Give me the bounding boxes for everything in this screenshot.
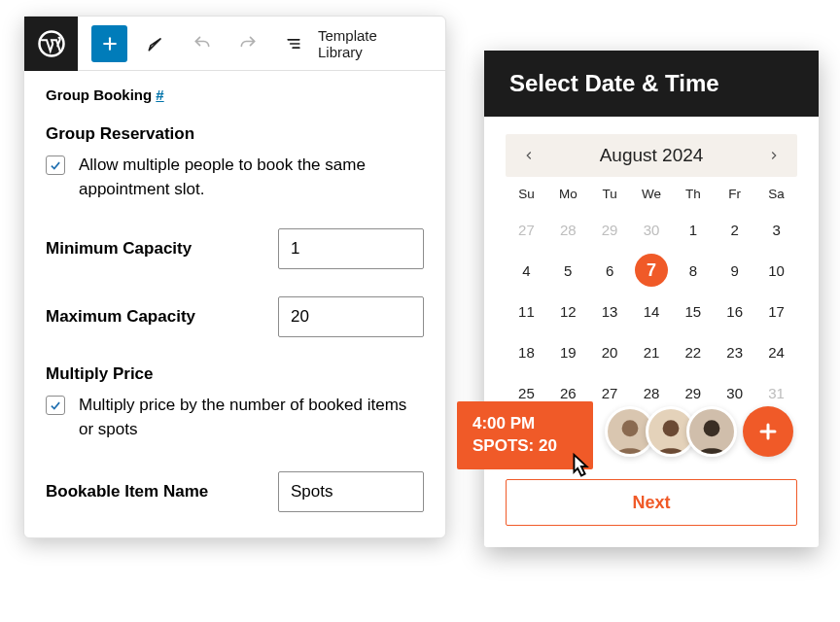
bookable-item-label: Bookable Item Name xyxy=(46,482,208,501)
min-capacity-label: Minimum Capacity xyxy=(46,239,192,259)
slot-time: 4:00 PM xyxy=(472,413,578,435)
avatar xyxy=(686,406,737,457)
multiply-price-label: Multiply price by the number of booked i… xyxy=(79,394,424,441)
template-library-link[interactable]: Template Library xyxy=(312,27,430,60)
calendar-day[interactable]: 13 xyxy=(589,294,631,328)
dow-label: Fr xyxy=(714,187,755,205)
breadcrumb-label: Group Booking xyxy=(46,86,152,103)
next-button[interactable]: Next xyxy=(506,479,797,526)
calendar-grid: SuMoTuWeThFrSa27282930123456789101112131… xyxy=(506,187,797,409)
calendar-day[interactable]: 27 xyxy=(589,376,631,409)
add-block-button[interactable] xyxy=(91,25,127,62)
redo-button[interactable] xyxy=(229,25,265,62)
calendar-day[interactable]: 28 xyxy=(631,376,673,409)
calendar-day[interactable]: 14 xyxy=(631,294,673,328)
calendar-day[interactable]: 5 xyxy=(547,254,589,287)
editor-toolbar: Template Library xyxy=(24,17,445,71)
date-panel: Select Date & Time August 2024 SuMoTuWeT… xyxy=(484,51,819,547)
svg-point-8 xyxy=(704,420,720,436)
max-capacity-label: Maximum Capacity xyxy=(46,307,195,327)
calendar-day[interactable]: 17 xyxy=(755,294,797,328)
calendar-day[interactable]: 24 xyxy=(755,335,797,368)
wordpress-logo[interactable] xyxy=(24,17,78,71)
add-person-button[interactable] xyxy=(743,406,793,457)
month-title: August 2024 xyxy=(542,145,760,166)
group-reservation-heading: Group Reservation xyxy=(46,124,424,144)
calendar-day[interactable]: 9 xyxy=(714,254,755,287)
date-panel-title: Select Date & Time xyxy=(484,51,819,117)
dow-label: We xyxy=(631,187,673,205)
calendar-day[interactable]: 15 xyxy=(672,294,714,328)
svg-point-7 xyxy=(663,420,680,436)
calendar-day[interactable]: 12 xyxy=(547,294,589,328)
breadcrumb-hash[interactable]: # xyxy=(156,86,163,103)
calendar-day[interactable]: 11 xyxy=(506,294,547,328)
slot-spots: SPOTS: 20 xyxy=(472,435,578,458)
calendar-day[interactable]: 7 xyxy=(631,254,673,287)
multiply-price-checkbox[interactable] xyxy=(46,396,65,415)
calendar-day[interactable]: 22 xyxy=(672,335,714,368)
calendar-day[interactable]: 27 xyxy=(506,213,547,246)
dow-label: Mo xyxy=(547,187,589,205)
calendar-day[interactable]: 18 xyxy=(506,335,547,368)
multiply-price-heading: Multiply Price xyxy=(46,364,424,384)
allow-multiple-label: Allow multiple people to book the same a… xyxy=(79,154,424,201)
calendar-day[interactable]: 28 xyxy=(547,213,589,246)
month-bar: August 2024 xyxy=(506,134,797,177)
svg-point-6 xyxy=(622,420,639,436)
max-capacity-input[interactable] xyxy=(278,296,424,337)
calendar-day[interactable]: 6 xyxy=(589,254,631,287)
calendar-day[interactable]: 29 xyxy=(589,213,631,246)
calendar-day[interactable]: 10 xyxy=(755,254,797,287)
calendar-day[interactable]: 16 xyxy=(714,294,755,328)
dow-label: Su xyxy=(506,187,547,205)
next-month-button[interactable] xyxy=(760,142,788,169)
editor-panel: Template Library Group Booking # Group R… xyxy=(23,16,446,538)
calendar-day[interactable]: 20 xyxy=(589,335,631,368)
calendar-day[interactable]: 3 xyxy=(755,213,797,246)
cursor-icon xyxy=(566,452,595,483)
calendar-day[interactable]: 1 xyxy=(672,213,714,246)
calendar-day[interactable]: 23 xyxy=(714,335,755,368)
calendar-day[interactable]: 2 xyxy=(714,213,755,246)
calendar-day[interactable]: 30 xyxy=(631,213,673,246)
calendar-day[interactable]: 30 xyxy=(714,376,755,409)
calendar-day[interactable]: 8 xyxy=(672,254,714,287)
undo-button[interactable] xyxy=(184,25,220,62)
editor-body: Group Booking # Group Reservation Allow … xyxy=(24,71,445,537)
calendar-day[interactable]: 29 xyxy=(672,376,714,409)
allow-multiple-checkbox[interactable] xyxy=(46,156,65,175)
min-capacity-input[interactable] xyxy=(278,228,424,269)
breadcrumb: Group Booking # xyxy=(46,86,424,103)
calendar-day[interactable]: 31 xyxy=(755,376,797,409)
bookable-item-input[interactable] xyxy=(278,471,424,512)
edit-icon[interactable] xyxy=(137,25,173,62)
dow-label: Sa xyxy=(755,187,797,205)
avatar-stack xyxy=(605,406,793,457)
dow-label: Th xyxy=(672,187,714,205)
calendar-day[interactable]: 4 xyxy=(506,254,547,287)
calendar-day[interactable]: 19 xyxy=(547,335,589,368)
svg-point-0 xyxy=(39,31,63,55)
prev-month-button[interactable] xyxy=(515,142,542,169)
list-view-icon[interactable] xyxy=(276,25,312,62)
dow-label: Tu xyxy=(589,187,631,205)
calendar-day[interactable]: 21 xyxy=(631,335,673,368)
